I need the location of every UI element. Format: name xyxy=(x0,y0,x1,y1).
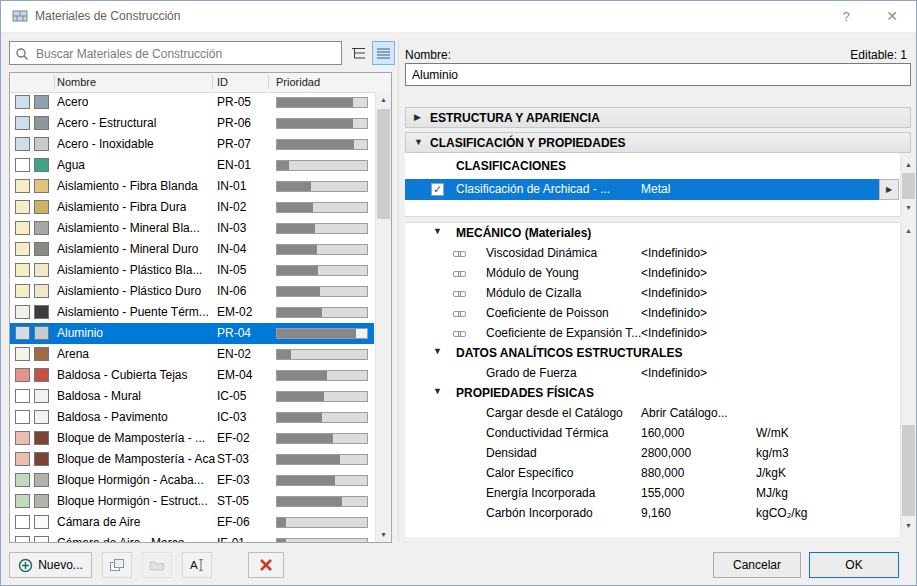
material-row[interactable]: Acero - InoxidablePR-07 xyxy=(10,134,374,155)
material-row[interactable]: Aislamiento - Mineral Bla...IN-03 xyxy=(10,218,374,239)
ok-button[interactable]: OK xyxy=(809,552,899,578)
scroll-thumb[interactable] xyxy=(902,173,915,199)
property-row[interactable]: Densidad2800,000kg/m3 xyxy=(405,443,900,463)
surface-swatch xyxy=(34,284,49,298)
material-row[interactable]: Aislamiento - Fibra DuraIN-02 xyxy=(10,197,374,218)
property-value[interactable]: <Indefinido> xyxy=(641,306,707,320)
property-value[interactable]: 155,000 xyxy=(641,486,684,500)
property-row[interactable]: Carbón Incorporado9,160kgCO₂/kg xyxy=(405,503,900,523)
property-unit: J/kgK xyxy=(756,466,786,480)
material-id: EF-02 xyxy=(217,428,250,449)
material-row[interactable]: Bloque de Mampostería - Acab...ST-03 xyxy=(10,449,374,470)
checkbox-checked-icon[interactable]: ✓ xyxy=(431,183,444,196)
delete-button[interactable] xyxy=(248,552,284,578)
material-row[interactable]: AceroPR-05 xyxy=(10,92,374,113)
property-value[interactable]: <Indefinido> xyxy=(641,266,707,280)
help-button[interactable]: ? xyxy=(834,6,858,27)
materials-list: AceroPR-05Acero - EstructuralPR-06Acero … xyxy=(10,92,374,542)
property-group-header[interactable]: ▼MECÁNICO (Materiales) xyxy=(405,223,900,243)
material-row[interactable]: Bloque Hormigón - Estruct...ST-05 xyxy=(10,491,374,512)
scroll-thumb[interactable] xyxy=(377,109,390,219)
property-row[interactable]: Módulo de Cizalla<Indefinido> xyxy=(405,283,900,303)
priority-bar xyxy=(276,307,368,318)
properties-scrollbar[interactable]: ▲ ▼ xyxy=(900,223,916,533)
scroll-down-icon[interactable]: ▼ xyxy=(376,527,391,542)
material-row[interactable]: Aislamiento - Mineral DuroIN-04 xyxy=(10,239,374,260)
property-value[interactable]: 880,000 xyxy=(641,466,684,480)
material-row[interactable]: Baldosa - PavimentoIC-03 xyxy=(10,407,374,428)
scroll-up-icon[interactable]: ▲ xyxy=(901,223,916,238)
material-row[interactable]: AguaEN-01 xyxy=(10,155,374,176)
material-row[interactable]: Cámara de Aire - Marco ...IF-01 xyxy=(10,533,374,542)
property-value[interactable]: Abrir Catálogo... xyxy=(641,406,728,420)
scroll-thumb[interactable] xyxy=(902,425,915,516)
property-row[interactable]: Conductividad Térmica160,000W/mK xyxy=(405,423,900,443)
property-row[interactable]: Energía Incorporada155,000MJ/kg xyxy=(405,483,900,503)
cut-fill-swatch xyxy=(15,410,30,424)
property-row[interactable]: Coeficiente de Expansión T...<Indefinido… xyxy=(405,323,900,343)
property-row[interactable]: Viscosidad Dinámica<Indefinido> xyxy=(405,243,900,263)
property-value[interactable]: 9,160 xyxy=(641,506,671,520)
scroll-down-icon[interactable]: ▼ xyxy=(901,200,916,215)
cut-fill-swatch xyxy=(15,116,30,130)
list-view-button[interactable] xyxy=(372,41,395,65)
property-row[interactable]: Módulo de Young<Indefinido> xyxy=(405,263,900,283)
material-row[interactable]: Bloque de Mampostería - ...EF-02 xyxy=(10,428,374,449)
material-row[interactable]: Acero - EstructuralPR-06 xyxy=(10,113,374,134)
property-label: Módulo de Young xyxy=(486,266,579,280)
column-header-priority[interactable]: Prioridad xyxy=(276,76,320,88)
material-row[interactable]: ArenaEN-02 xyxy=(10,344,374,365)
property-value[interactable]: <Indefinido> xyxy=(641,326,707,340)
material-id: PR-07 xyxy=(217,134,251,155)
cut-fill-swatch xyxy=(15,515,30,529)
property-value[interactable]: <Indefinido> xyxy=(641,366,707,380)
material-row[interactable]: Aislamiento - Plástico DuroIN-06 xyxy=(10,281,374,302)
rename-button[interactable]: A xyxy=(182,552,212,578)
property-value[interactable]: 160,000 xyxy=(641,426,684,440)
scroll-track[interactable] xyxy=(901,172,916,200)
classifications-scrollbar[interactable]: ▲ ▼ xyxy=(900,157,916,215)
material-row[interactable]: Bloque Hormigón - Acaba...EF-03 xyxy=(10,470,374,491)
search-input[interactable] xyxy=(34,43,338,65)
duplicate-button[interactable] xyxy=(102,552,132,578)
property-group-header[interactable]: ▼PROPIEDADES FÍSICAS xyxy=(405,383,900,403)
priority-bar xyxy=(276,454,368,465)
material-name: Aislamiento - Fibra Dura xyxy=(57,197,186,218)
accordion-classification-properties[interactable]: ▼ CLASIFICACIÓN Y PROPIEDADES xyxy=(405,132,911,153)
classification-expand-button[interactable]: ▶ xyxy=(879,179,899,200)
tree-view-button[interactable] xyxy=(347,41,370,65)
column-header-id[interactable]: ID xyxy=(217,76,228,88)
scroll-up-icon[interactable]: ▲ xyxy=(901,157,916,172)
scroll-track[interactable] xyxy=(376,107,391,527)
cancel-button[interactable]: Cancelar xyxy=(713,552,801,578)
accordion-structure-appearance[interactable]: ▶ ESTRUCTURA Y APARIENCIA xyxy=(405,107,911,128)
property-value[interactable]: <Indefinido> xyxy=(641,246,707,260)
close-button[interactable]: ✕ xyxy=(880,6,904,27)
expanded-triangle-icon[interactable]: ▼ xyxy=(433,386,442,396)
material-name-input[interactable] xyxy=(405,63,911,86)
material-row[interactable]: Baldosa - MuralIC-05 xyxy=(10,386,374,407)
scroll-track[interactable] xyxy=(901,238,916,518)
new-material-button[interactable]: Nuevo... xyxy=(9,552,92,578)
property-row[interactable]: Calor Específico880,000J/kgK xyxy=(405,463,900,483)
scroll-down-icon[interactable]: ▼ xyxy=(901,518,916,533)
property-group-header[interactable]: ▼DATOS ANALÍTICOS ESTRUCTURALES xyxy=(405,343,900,363)
scroll-up-icon[interactable]: ▲ xyxy=(376,92,391,107)
property-value[interactable]: 2800,000 xyxy=(641,446,691,460)
expanded-triangle-icon[interactable]: ▼ xyxy=(433,346,442,356)
materials-scrollbar[interactable]: ▲ ▼ xyxy=(375,92,391,542)
material-row[interactable]: Baldosa - Cubierta TejasEM-04 xyxy=(10,365,374,386)
property-value[interactable]: <Indefinido> xyxy=(641,286,707,300)
property-row[interactable]: Grado de Fuerza<Indefinido> xyxy=(405,363,900,383)
property-row[interactable]: Coeficiente de Poisson<Indefinido> xyxy=(405,303,900,323)
column-header-name[interactable]: Nombre xyxy=(57,76,96,88)
new-button-label: Nuevo... xyxy=(38,558,83,572)
material-row[interactable]: AluminioPR-04 xyxy=(10,323,374,344)
expanded-triangle-icon[interactable]: ▼ xyxy=(433,226,442,236)
material-row[interactable]: Aislamiento - Fibra BlandaIN-01 xyxy=(10,176,374,197)
classification-row[interactable]: ✓ Clasificación de Archicad - ... Metal xyxy=(405,179,879,200)
material-row[interactable]: Cámara de AireEF-06 xyxy=(10,512,374,533)
material-row[interactable]: Aislamiento - Plástico Bla...IN-05 xyxy=(10,260,374,281)
material-row[interactable]: Aislamiento - Puente Térm...EM-02 xyxy=(10,302,374,323)
property-row[interactable]: Cargar desde el CatálogoAbrir Catálogo..… xyxy=(405,403,900,423)
